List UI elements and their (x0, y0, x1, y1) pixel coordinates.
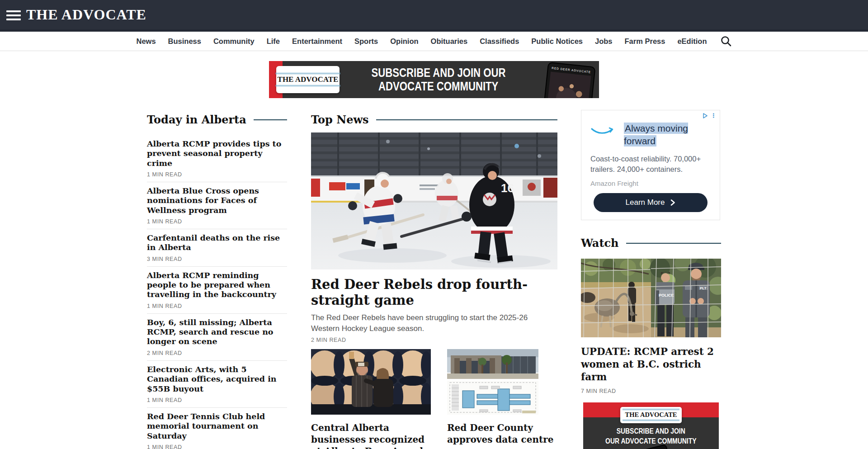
ad-advertiser: Amazon Freight (590, 180, 711, 187)
today-article[interactable]: Red Deer Tennis Club held memorial tourn… (147, 408, 287, 449)
read-time: 1 MIN READ (147, 218, 287, 225)
banner-line1: SUBSCRIBE AND JOIN OUR (372, 66, 506, 80)
today-heading-row: Today in Alberta (147, 113, 287, 126)
subscribe-banner-ad[interactable]: THE ADVOCATE SUBSCRIBE AND JOIN OUR ADVO… (269, 61, 599, 98)
amazon-freight-ad[interactable]: ⋮ Always moving forward Coast-to-coast r… (581, 110, 720, 220)
nav-item-farm-press[interactable]: Farm Press (625, 37, 665, 46)
banner-text: SUBSCRIBE AND JOIN OUR ADVOCATE COMMUNIT… (346, 61, 531, 98)
ad-logo-row: Always moving forward (590, 122, 711, 147)
story-title[interactable]: Central Alberta businesses recognized at… (311, 422, 431, 449)
ad-headline: Always moving forward (624, 122, 708, 147)
banner-line2: ADVOCATE COMMUNITY (378, 80, 498, 93)
lead-headline[interactable]: Red Deer Rebels drop fourth-straight gam… (311, 277, 557, 308)
jersey-number: 16 (501, 181, 514, 195)
beer-awards-photo[interactable] (311, 349, 431, 415)
top-bar: THE ADVOCATE (0, 0, 868, 32)
today-article[interactable]: Boy, 6, still missing; Alberta RCMP, sea… (147, 314, 287, 361)
hockey-photo[interactable]: 16 (311, 132, 557, 269)
nav-item-opinion[interactable]: Opinion (390, 37, 418, 46)
nav-item-community[interactable]: Community (213, 37, 255, 46)
today-article[interactable]: Alberta RCMP reminding people to be prep… (147, 267, 287, 314)
subscribe-masthead-box: THE ADVOCATE (620, 407, 682, 423)
read-time: 1 MIN READ (147, 444, 287, 449)
read-time: 7 MIN READ (581, 388, 721, 394)
main-nav: News Business Community Life Entertainme… (0, 32, 868, 51)
nav-item-classifieds[interactable]: Classifieds (480, 37, 519, 46)
subscribe-line2: OUR ADVOCATE COMMUNITY (605, 436, 696, 446)
nav-item-news[interactable]: News (136, 37, 156, 46)
ad-menu-icon[interactable]: ⋮ (711, 113, 717, 118)
heading-rule (626, 243, 721, 244)
ad-body-text: Coast-to-coast reliability. 70,000+ trai… (590, 154, 711, 175)
article-title[interactable]: Boy, 6, still missing; Alberta RCMP, sea… (147, 318, 287, 347)
secondary-stories-row: Central Alberta businesses recognized at… (311, 349, 557, 449)
story-card-beer-awards[interactable]: Central Alberta businesses recognized at… (311, 349, 431, 449)
jacket-label: PLT (700, 286, 707, 290)
adchoices-icon[interactable] (702, 113, 708, 119)
nav-item-jobs[interactable]: Jobs (595, 37, 613, 46)
banner-masthead-logo: THE ADVOCATE (275, 73, 341, 86)
nav-item-eedition[interactable]: eEdition (677, 37, 707, 46)
nav-item-entertainment[interactable]: Entertainment (292, 37, 342, 46)
read-time: 2 MIN READ (147, 350, 287, 356)
adchoices-controls: ⋮ (702, 113, 717, 119)
read-time: 1 MIN READ (147, 171, 287, 178)
today-heading: Today in Alberta (147, 113, 246, 126)
site-logo[interactable]: THE ADVOCATE (26, 0, 146, 29)
today-article[interactable]: Alberta Blue Cross opens nominations for… (147, 182, 287, 229)
article-title[interactable]: Alberta Blue Cross opens nominations for… (147, 186, 287, 215)
article-title[interactable]: Carfentanil deaths on the rise in Albert… (147, 233, 287, 253)
article-title[interactable]: Red Deer Tennis Club held memorial tourn… (147, 412, 287, 441)
nav-item-life[interactable]: Life (267, 37, 280, 46)
heading-rule (376, 119, 557, 120)
read-time: 2 MIN READ (311, 337, 557, 343)
read-time: 1 MIN READ (147, 397, 287, 403)
article-title[interactable]: Alberta RCMP reminding people to be prep… (147, 271, 287, 300)
chevron-right-icon (670, 199, 675, 206)
data-centre-photo[interactable] (447, 349, 538, 415)
ostrich-farm-photo[interactable]: POLICE PLT (581, 259, 721, 337)
read-time: 3 MIN READ (147, 256, 287, 262)
article-title[interactable]: Alberta RCMP provides tips to prevent se… (147, 139, 287, 168)
heading-rule (254, 119, 287, 120)
menu-icon[interactable] (6, 10, 21, 20)
today-article[interactable]: Alberta RCMP provides tips to prevent se… (147, 135, 287, 182)
story-card-data-centre[interactable]: Red Deer County approves data centre 2 M… (447, 349, 557, 449)
watch-heading: Watch (581, 236, 619, 250)
nav-item-sports[interactable]: Sports (354, 37, 378, 46)
today-in-alberta-section: Today in Alberta Alberta RCMP provides t… (147, 113, 287, 449)
today-article[interactable]: Electronic Arts, with 5 Canadian offices… (147, 361, 287, 408)
learn-more-button[interactable]: Learn More (594, 193, 708, 212)
top-news-heading-row: Top News (311, 113, 557, 126)
read-time: 1 MIN READ (147, 303, 287, 309)
subscribe-masthead-logo: THE ADVOCATE (623, 409, 679, 421)
subscribe-line1: SUBSCRIBE AND JOIN (617, 426, 685, 436)
amazon-smile-logo (590, 127, 615, 136)
story-title[interactable]: Red Deer County approves data centre (447, 422, 557, 445)
top-news-heading: Top News (311, 113, 369, 126)
nav-item-public-notices[interactable]: Public Notices (531, 37, 583, 46)
subscribe-box-ad[interactable]: THE ADVOCATE SUBSCRIBE AND JOIN OUR ADVO… (583, 402, 719, 449)
police-vest-label: POLICE (659, 293, 674, 298)
banner-phone-photo (547, 71, 591, 98)
search-icon[interactable] (720, 35, 732, 47)
watch-story-title[interactable]: UPDATE: RCMP arrest 2 women at B.C. ostr… (581, 345, 721, 383)
page: THE ADVOCATE News Business Community Lif… (0, 0, 868, 449)
top-news-section: Top News (311, 113, 557, 449)
banner-phone-mockup: RED DEER ADVOCATE (543, 62, 595, 98)
article-title[interactable]: Electronic Arts, with 5 Canadian offices… (147, 365, 287, 394)
right-column: ⋮ Always moving forward Coast-to-coast r… (581, 110, 721, 449)
subscribe-text: SUBSCRIBE AND JOIN OUR ADVOCATE COMMUNIT… (583, 426, 719, 446)
nav-item-business[interactable]: Business (168, 37, 201, 46)
lead-description: The Red Deer Rebels have been struggling… (311, 312, 557, 335)
today-article[interactable]: Carfentanil deaths on the rise in Albert… (147, 229, 287, 267)
watch-heading-row: Watch (581, 236, 721, 250)
nav-item-obituaries[interactable]: Obituaries (431, 37, 468, 46)
learn-more-label: Learn More (626, 198, 665, 207)
banner-masthead-box: THE ADVOCATE (276, 66, 340, 93)
